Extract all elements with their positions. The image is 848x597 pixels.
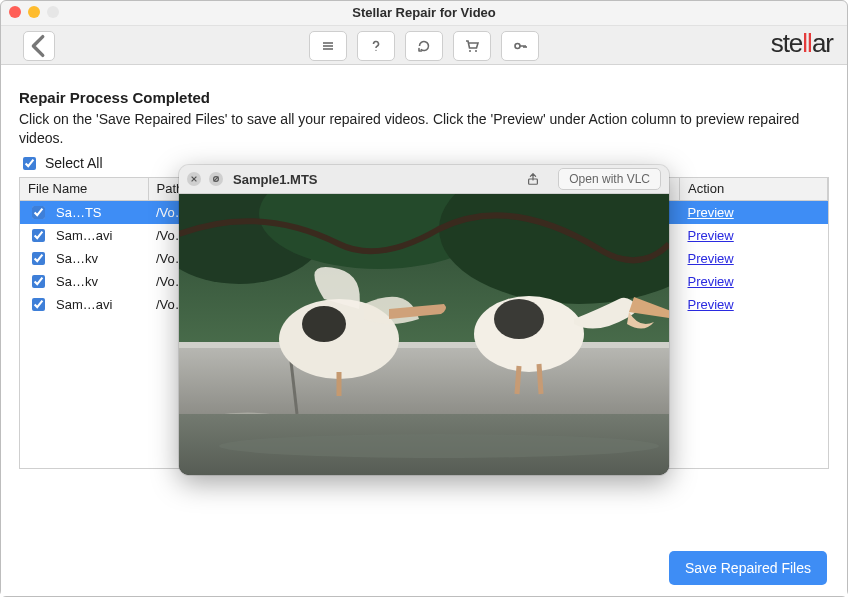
row-filename: Sam…avi	[48, 224, 148, 247]
row-checkbox[interactable]	[32, 252, 45, 265]
preview-link[interactable]: Preview	[688, 205, 734, 220]
row-checkbox-cell	[20, 293, 48, 316]
open-with-button[interactable]: Open with VLC	[558, 168, 661, 190]
col-header-filename[interactable]: File Name	[20, 178, 148, 201]
row-checkbox[interactable]	[32, 275, 45, 288]
select-all-label: Select All	[45, 155, 103, 171]
svg-point-6	[515, 44, 520, 49]
app-window: Stellar Repair for Video	[0, 0, 848, 597]
preview-title: Sample1.MTS	[233, 172, 318, 187]
cart-icon	[464, 38, 480, 54]
list-button[interactable]	[309, 31, 347, 61]
svg-rect-15	[179, 342, 669, 348]
video-still-illustration	[179, 194, 669, 475]
key-button[interactable]	[501, 31, 539, 61]
window-title: Stellar Repair for Video	[352, 5, 496, 20]
preview-video-frame[interactable]	[179, 194, 669, 475]
preview-window[interactable]: Sample1.MTS Open with VLC	[179, 165, 669, 475]
row-filename: Sa…kv	[48, 270, 148, 293]
row-action-cell: Preview	[680, 200, 828, 224]
select-all-checkbox[interactable]	[23, 157, 36, 170]
fullscreen-window-button[interactable]	[47, 6, 59, 18]
svg-point-18	[219, 434, 659, 458]
key-icon	[512, 38, 528, 54]
page-subtext: Click on the 'Save Repaired Files' to sa…	[19, 110, 829, 148]
row-action-cell: Preview	[680, 293, 828, 316]
brand-logo: stellar	[771, 28, 833, 59]
svg-point-22	[302, 306, 346, 342]
toolbar: stellar	[1, 26, 847, 65]
refresh-icon	[416, 38, 432, 54]
share-icon	[526, 172, 540, 186]
titlebar: Stellar Repair for Video	[1, 1, 847, 26]
save-repaired-files-button[interactable]: Save Repaired Files	[669, 551, 827, 585]
row-checkbox[interactable]	[32, 229, 45, 242]
preview-titlebar[interactable]: Sample1.MTS Open with VLC	[179, 165, 669, 194]
row-action-cell: Preview	[680, 247, 828, 270]
row-checkbox-cell	[20, 270, 48, 293]
help-button[interactable]	[357, 31, 395, 61]
preview-link[interactable]: Preview	[688, 297, 734, 312]
row-action-cell: Preview	[680, 224, 828, 247]
bottom-bar: Save Repaired Files	[1, 540, 847, 596]
svg-point-5	[475, 50, 477, 52]
list-icon	[320, 38, 336, 54]
svg-rect-14	[179, 344, 669, 414]
cart-button[interactable]	[453, 31, 491, 61]
row-checkbox-cell	[20, 247, 48, 270]
preview-expand-button[interactable]	[209, 172, 223, 186]
close-icon	[190, 175, 198, 183]
row-checkbox-cell	[20, 200, 48, 224]
preview-link[interactable]: Preview	[688, 251, 734, 266]
row-checkbox[interactable]	[32, 206, 45, 219]
preview-close-button[interactable]	[187, 172, 201, 186]
row-filename: Sam…avi	[48, 293, 148, 316]
row-checkbox[interactable]	[32, 298, 45, 311]
chevron-left-icon	[24, 31, 54, 61]
svg-point-3	[375, 50, 376, 51]
svg-point-20	[494, 299, 544, 339]
page-heading: Repair Process Completed	[19, 89, 829, 106]
col-header-action[interactable]: Action	[680, 178, 828, 201]
minimize-window-button[interactable]	[28, 6, 40, 18]
window-controls	[9, 6, 59, 18]
row-checkbox-cell	[20, 224, 48, 247]
preview-link[interactable]: Preview	[688, 228, 734, 243]
svg-point-4	[469, 50, 471, 52]
preview-share-button[interactable]	[522, 169, 544, 189]
back-button[interactable]	[23, 31, 55, 61]
row-filename: Sa…kv	[48, 247, 148, 270]
preview-link[interactable]: Preview	[688, 274, 734, 289]
row-filename: Sa…TS	[48, 200, 148, 224]
row-action-cell: Preview	[680, 270, 828, 293]
refresh-button[interactable]	[405, 31, 443, 61]
close-window-button[interactable]	[9, 6, 21, 18]
help-icon	[368, 38, 384, 54]
expand-icon	[212, 175, 220, 183]
